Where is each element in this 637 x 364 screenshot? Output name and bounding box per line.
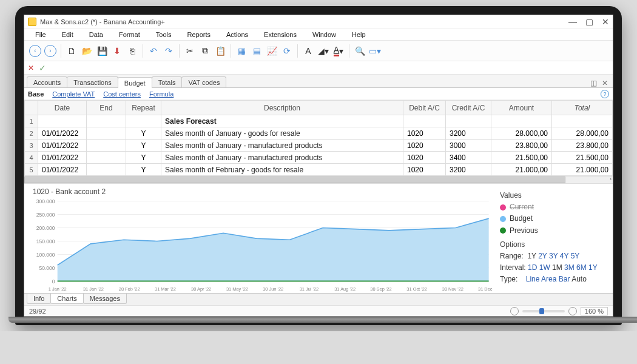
menu-tools[interactable]: Tools [149, 30, 179, 39]
bottom-tab-charts[interactable]: Charts [50, 294, 83, 304]
horizontal-scrollbar[interactable]: › [24, 176, 613, 183]
menu-help[interactable]: Help [345, 30, 373, 39]
maximize-button[interactable]: ▢ [585, 18, 593, 26]
table-row[interactable]: 401/01/2022YSales month of January - man… [25, 152, 613, 164]
tab-totals[interactable]: Totals [152, 76, 183, 87]
undo-icon[interactable]: ↶ [146, 44, 161, 58]
tab-vat-codes[interactable]: VAT codes [181, 76, 226, 87]
menu-window[interactable]: Window [305, 30, 343, 39]
chart-icon[interactable]: 📈 [265, 44, 279, 58]
menu-extensions[interactable]: Extensions [257, 30, 304, 39]
type-option-line[interactable]: Line [526, 275, 540, 283]
search-icon[interactable]: 🔍 [352, 44, 367, 58]
bottom-tab-messages[interactable]: Messages [83, 294, 127, 304]
minimize-button[interactable]: — [568, 18, 577, 26]
legend-budget[interactable]: Budget [500, 213, 610, 224]
open-file-icon[interactable]: 📂 [79, 44, 94, 58]
col-total[interactable]: Total [552, 101, 613, 115]
cancel-edit-icon[interactable]: ✕ [28, 64, 34, 72]
nav-forward-button[interactable]: › [44, 45, 56, 57]
legend-current[interactable]: Current [500, 201, 610, 213]
menu-actions[interactable]: Actions [219, 30, 255, 39]
copy-sheet-icon[interactable]: ⎘ [125, 44, 140, 58]
cut-icon[interactable]: ✂ [183, 44, 197, 58]
interval-option-1m[interactable]: 1M [552, 263, 562, 272]
menu-format[interactable]: Format [112, 30, 147, 39]
chart-canvas[interactable]: 050.000100.000150.000200.000250.000300.0… [29, 197, 493, 293]
zoom-slider[interactable] [522, 310, 565, 312]
toolbar: ‹ › 🗋 📂 💾 ⬇ ⎘ ↶ ↷ ✂ ⧉ 📋 ▦ ▤ 📈 ⟳ A ◢▾ A▾ … [24, 41, 613, 61]
tab-tile-icon[interactable]: ◫ [588, 79, 599, 87]
zoom-in-icon[interactable] [568, 307, 577, 315]
col-repeat[interactable]: Repeat [126, 101, 161, 115]
chart-legend: Values Current Budget Previous Options R… [497, 184, 613, 293]
subnav-cost-centers[interactable]: Cost centers [103, 90, 141, 98]
menu-edit[interactable]: Edit [55, 30, 81, 39]
type-option-bar[interactable]: Bar [559, 275, 570, 283]
col-debit[interactable]: Debit A/C [403, 101, 446, 115]
paste-icon[interactable]: 📋 [213, 44, 228, 58]
menu-data[interactable]: Data [82, 30, 110, 39]
menu-file[interactable]: File [28, 30, 53, 39]
bottom-tab-info[interactable]: Info [27, 294, 51, 304]
help-icon[interactable]: ? [601, 90, 609, 98]
type-option-area[interactable]: Area [541, 275, 556, 283]
svg-text:30 Sep '22: 30 Sep '22 [370, 286, 391, 292]
range-option-4y[interactable]: 4Y [560, 252, 568, 260]
subnav-complete-vat[interactable]: Complete VAT [52, 90, 95, 98]
close-button[interactable]: ✕ [602, 18, 609, 26]
interval-option-1d[interactable]: 1D [528, 263, 537, 272]
subnav-base[interactable]: Base [28, 90, 44, 98]
fill-color-icon[interactable]: ◢▾ [316, 44, 331, 58]
interval-option-6m[interactable]: 6M [576, 263, 587, 272]
subnav-formula[interactable]: Formula [149, 90, 174, 98]
interval-option-1w[interactable]: 1W [539, 263, 550, 272]
table-row[interactable]: 1Sales Forecast [25, 115, 613, 127]
svg-text:31 Dec '22: 31 Dec '22 [478, 286, 493, 292]
range-option-2y[interactable]: 2Y [538, 252, 547, 260]
filter-icon[interactable]: ▭▾ [368, 44, 382, 58]
col-rownum[interactable] [25, 101, 38, 115]
copy-icon[interactable]: ⧉ [198, 44, 212, 58]
bottom-tab-row: Info Charts Messages [24, 293, 613, 305]
col-date[interactable]: Date [38, 101, 87, 115]
budget-grid[interactable]: Date End Repeat Description Debit A/C Cr… [24, 100, 613, 176]
col-description[interactable]: Description [161, 101, 403, 115]
redo-icon[interactable]: ↷ [161, 44, 176, 58]
export-pdf-icon[interactable]: ⬇ [110, 44, 124, 58]
grid-icon[interactable]: ▤ [249, 44, 264, 58]
col-end[interactable]: End [87, 101, 126, 115]
tab-close-icon[interactable]: ✕ [599, 79, 610, 87]
range-option-3y[interactable]: 3Y [549, 252, 558, 260]
zoom-out-icon[interactable] [510, 307, 519, 315]
save-icon[interactable]: 💾 [95, 44, 109, 58]
table-icon[interactable]: ▦ [234, 44, 249, 58]
refresh-icon[interactable]: ⟳ [280, 44, 294, 58]
range-option-5y[interactable]: 5Y [571, 252, 580, 260]
tab-accounts[interactable]: Accounts [27, 76, 67, 87]
table-row[interactable]: 201/01/2022YSales month of January - goo… [25, 127, 613, 140]
formula-input[interactable] [51, 62, 609, 73]
tab-transactions[interactable]: Transactions [67, 76, 118, 87]
interval-option-1y[interactable]: 1Y [588, 263, 598, 272]
svg-text:0: 0 [52, 278, 55, 285]
range-option-1y[interactable]: 1Y [527, 252, 536, 260]
interval-option-3m[interactable]: 3M [564, 263, 575, 272]
menu-reports[interactable]: Reports [180, 30, 218, 39]
nav-back-button[interactable]: ‹ [29, 45, 41, 57]
svg-text:28 Feb '22: 28 Feb '22 [119, 286, 140, 292]
text-color-icon[interactable]: A▾ [331, 44, 346, 58]
app-doc-icon [28, 18, 36, 26]
legend-previous[interactable]: Previous [500, 225, 610, 237]
table-row[interactable]: 301/01/2022YSales month of January - man… [25, 140, 613, 152]
svg-text:150.000: 150.000 [36, 238, 55, 244]
type-option-auto[interactable]: Auto [571, 275, 587, 283]
col-amount[interactable]: Amount [491, 101, 552, 115]
new-file-icon[interactable]: 🗋 [64, 44, 79, 58]
font-icon[interactable]: A [301, 44, 315, 58]
col-credit[interactable]: Credit A/C [446, 101, 491, 115]
confirm-edit-icon[interactable]: ✓ [39, 63, 46, 73]
svg-text:100.000: 100.000 [36, 252, 55, 258]
tab-budget[interactable]: Budget [118, 77, 152, 88]
table-row[interactable]: 501/01/2022YSales month of February - go… [25, 164, 613, 176]
